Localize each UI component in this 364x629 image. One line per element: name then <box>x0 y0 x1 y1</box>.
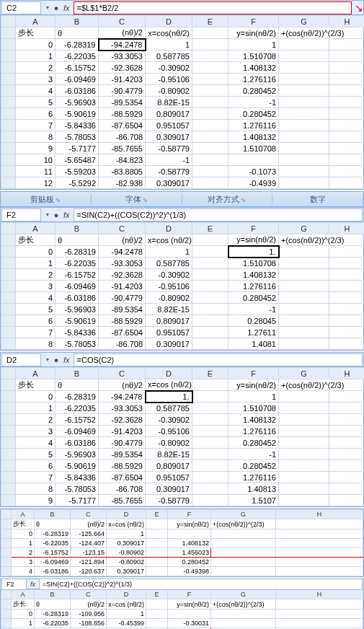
cell[interactable]: -83.8805 <box>99 166 146 177</box>
cell[interactable] <box>192 74 228 85</box>
cell[interactable]: -6.22035 <box>56 50 99 62</box>
row-header[interactable] <box>1 97 16 108</box>
cell[interactable] <box>279 414 329 426</box>
row-header[interactable] <box>1 85 16 97</box>
row-header[interactable] <box>1 246 16 258</box>
cell[interactable]: 0 <box>16 246 56 258</box>
cell[interactable]: -1 <box>228 304 279 315</box>
cell[interactable]: -88.5929 <box>99 460 146 472</box>
cell[interactable] <box>329 495 365 506</box>
cell[interactable]: 0.309017 <box>107 539 146 548</box>
fx-icon[interactable]: fx <box>61 356 73 364</box>
cell[interactable] <box>276 529 363 539</box>
cell[interactable] <box>192 437 228 449</box>
cell[interactable]: 0.951057 <box>146 120 192 131</box>
formula-input[interactable]: =SIN(C2)+((COS(C2))^2)^(1/3) <box>39 579 363 590</box>
cell[interactable]: 1.408132 <box>228 62 279 74</box>
cell[interactable]: -90.4779 <box>99 437 146 449</box>
cell[interactable]: -89.5354 <box>99 97 146 108</box>
cell[interactable] <box>279 292 329 304</box>
grp-align[interactable]: 对齐方式⬂ <box>182 194 273 205</box>
cell[interactable]: -91.4203 <box>99 426 146 437</box>
cell[interactable]: -92.3628 <box>99 269 146 281</box>
cell[interactable] <box>192 50 228 62</box>
cell[interactable] <box>329 426 365 437</box>
cell[interactable] <box>279 143 329 154</box>
cell[interactable]: -0.95106 <box>146 281 192 292</box>
cell[interactable] <box>192 292 228 304</box>
cell[interactable]: 0.280452 <box>228 108 279 120</box>
cell[interactable]: 0 <box>12 529 35 539</box>
cell[interactable] <box>329 131 365 143</box>
cell[interactable]: -0.58779 <box>146 166 192 177</box>
cell[interactable]: -5.78053 <box>56 131 99 143</box>
cell[interactable] <box>192 315 228 327</box>
row-header[interactable] <box>1 269 16 281</box>
cell[interactable] <box>192 472 228 483</box>
cell[interactable]: 0.280452 <box>228 460 279 472</box>
row-header[interactable] <box>1 391 16 403</box>
cell[interactable]: 0.951057 <box>146 472 192 483</box>
cell[interactable]: -93.3053 <box>99 403 146 414</box>
cell[interactable] <box>276 567 363 576</box>
cell[interactable]: -6.22035 <box>35 619 71 628</box>
cell[interactable] <box>329 483 365 495</box>
cell[interactable] <box>192 131 228 143</box>
row-header[interactable] <box>1 403 16 414</box>
cell[interactable] <box>329 315 365 327</box>
row-header[interactable] <box>1 327 16 338</box>
name-box[interactable]: D2 <box>1 353 41 366</box>
name-box[interactable]: F2 <box>1 208 41 221</box>
cell[interactable]: 8.82E-15 <box>146 449 192 460</box>
expand-icon[interactable]: ⬂ <box>56 197 61 203</box>
cell[interactable]: 0.309017 <box>146 338 192 350</box>
cell[interactable]: 1 <box>146 246 192 258</box>
row-header[interactable] <box>1 548 12 558</box>
cell[interactable]: 8 <box>16 131 56 143</box>
cell[interactable]: -6.09469 <box>56 426 99 437</box>
cell[interactable]: 12 <box>16 177 56 189</box>
cell[interactable] <box>211 619 276 628</box>
cell[interactable] <box>279 403 329 414</box>
cell[interactable]: -87.6504 <box>99 472 146 483</box>
cell[interactable]: 0.280452 <box>228 85 279 97</box>
cell[interactable]: 10 <box>16 154 56 166</box>
row-header[interactable] <box>1 62 16 74</box>
row-header[interactable] <box>1 304 16 315</box>
col-headers[interactable]: ABCDEFGH <box>1 368 365 379</box>
cell[interactable] <box>329 108 365 120</box>
cell[interactable] <box>279 154 329 166</box>
cell[interactable]: -89.5354 <box>99 449 146 460</box>
cell[interactable] <box>329 39 365 50</box>
formula-input[interactable]: =COS(C2) <box>74 353 363 366</box>
cell[interactable] <box>146 539 168 548</box>
row-header[interactable] <box>1 619 12 628</box>
cell[interactable] <box>329 281 365 292</box>
cell[interactable]: 0.280452 <box>228 437 279 449</box>
cell[interactable]: 0 <box>16 39 56 50</box>
cell[interactable]: -0.80902 <box>107 558 146 567</box>
cell[interactable] <box>329 74 365 85</box>
cell[interactable]: -94.2478 <box>99 39 146 50</box>
row-header[interactable] <box>1 558 12 567</box>
cell[interactable]: 8 <box>16 483 56 495</box>
cell[interactable] <box>279 437 329 449</box>
row-header[interactable] <box>1 108 16 120</box>
cell[interactable]: -5.7177 <box>56 143 99 154</box>
cell[interactable] <box>192 269 228 281</box>
cell[interactable]: -0.58779 <box>146 495 192 506</box>
grid-5[interactable]: ABCDEFGH 步长θ(nθ)/2x=cos (nθ/2)y=sin(nθ/2… <box>1 589 363 629</box>
formula-input[interactable]: =SIN(C2)+((COS(C2))^2)^(1/3) <box>74 208 363 221</box>
cell[interactable]: -125.664 <box>71 529 107 539</box>
cell[interactable]: -6.03186 <box>56 85 99 97</box>
cell[interactable]: 0.587785 <box>146 258 192 269</box>
cell[interactable] <box>329 143 365 154</box>
cell[interactable]: 1.510708 <box>228 50 279 62</box>
cell[interactable]: -0.30902 <box>146 414 192 426</box>
cell[interactable] <box>168 529 211 539</box>
cell[interactable] <box>192 414 228 426</box>
grp-number[interactable]: 数字 <box>272 194 363 205</box>
cell[interactable]: 1.276116 <box>228 120 279 131</box>
cell[interactable] <box>279 97 329 108</box>
cell[interactable] <box>279 166 329 177</box>
